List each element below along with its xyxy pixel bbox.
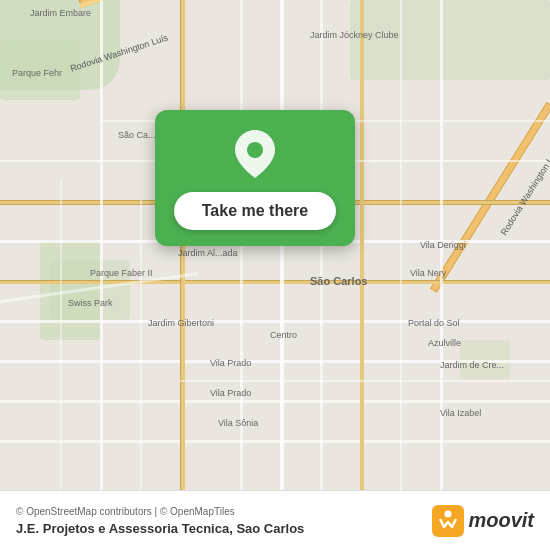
area-label-parquefehr: Parque Fehr xyxy=(12,68,62,78)
moovit-icon xyxy=(432,505,464,537)
attribution-text: © OpenStreetMap contributors | © OpenMap… xyxy=(16,506,432,517)
map-container: Jardim Embare Parque Fehr Jardim Jóckney… xyxy=(0,0,550,490)
take-me-there-button[interactable]: Take me there xyxy=(174,192,336,230)
area-label-portaldosol: Portal do Sol xyxy=(408,318,460,328)
moovit-brand-name: moovit xyxy=(468,509,534,532)
svg-point-0 xyxy=(247,142,263,158)
area-label-vilasonia: Vila Sônia xyxy=(218,418,258,428)
svg-point-2 xyxy=(445,510,452,517)
area-label-jardimcre: Jardim de Cre... xyxy=(440,360,504,370)
area-label-viladeriggi: Vila Deriggi xyxy=(420,240,466,250)
area-label-jardimgibertoni: Jardim Gibertoni xyxy=(148,318,214,328)
area-label-jardinembare: Jardim Embare xyxy=(30,8,91,18)
area-label-swisspark: Swiss Park xyxy=(68,298,113,308)
area-label-centro: Centro xyxy=(270,330,297,340)
area-label-vilanery: Vila Nery xyxy=(410,268,446,278)
location-card: Take me there xyxy=(155,110,355,246)
moovit-logo: moovit xyxy=(432,505,534,537)
footer-info: © OpenStreetMap contributors | © OpenMap… xyxy=(16,506,432,536)
road-label-rodoviaWL2: Rodovia Washington L... xyxy=(499,149,550,237)
area-label-jardimalada: Jardim Al...ada xyxy=(178,248,238,258)
area-label-saocarlos: São Carlos xyxy=(310,275,367,287)
location-name-text: J.E. Projetos e Assessoria Tecnica, Sao … xyxy=(16,521,432,536)
footer: © OpenStreetMap contributors | © OpenMap… xyxy=(0,490,550,550)
area-label-saoca: São Ca... xyxy=(118,130,156,140)
area-label-vilaprado1: Vila Prado xyxy=(210,358,251,368)
area-label-jardimjockey: Jardim Jóckney Clube xyxy=(310,30,399,40)
area-label-vilaisabel: Vila Izabel xyxy=(440,408,481,418)
area-label-azulville: Azulville xyxy=(428,338,461,348)
location-pin-icon xyxy=(235,130,275,178)
area-label-parquefaber: Parque Faber II xyxy=(90,268,153,278)
area-label-vilaprado2: Vila Prado xyxy=(210,388,251,398)
